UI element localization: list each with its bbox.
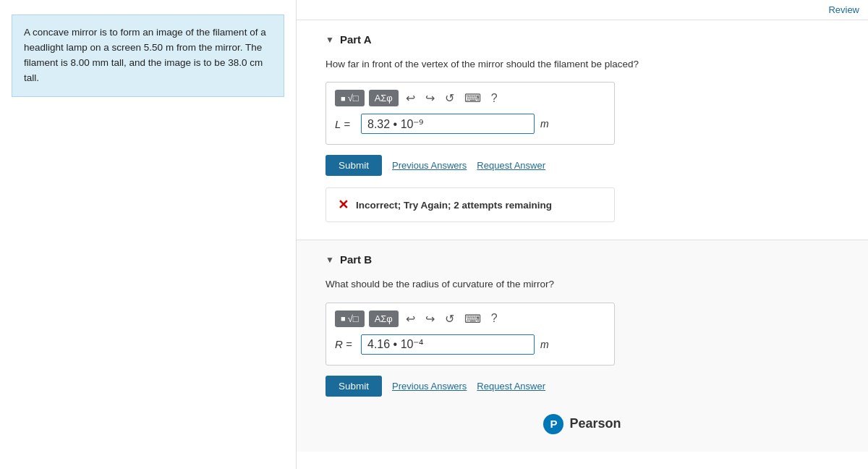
part-a-toolbar: ■ √□ ΑΣφ ↩ ↪ ↺ ⌨ ? <box>335 90 605 106</box>
part-b-answer-input[interactable] <box>361 334 535 355</box>
part-b-request-answer-btn[interactable]: Request Answer <box>477 381 545 392</box>
part-a-refresh-btn[interactable]: ↺ <box>442 90 457 106</box>
part-b-section: ▼ Part B What should be the radius of cu… <box>297 240 868 451</box>
pearson-brand: Pearson <box>569 416 621 431</box>
part-a-answer-input[interactable] <box>361 114 535 134</box>
part-b-submit-btn[interactable]: Submit <box>326 376 382 397</box>
pearson-logo: P <box>543 414 563 434</box>
part-a-keyboard-btn[interactable]: ⌨ <box>461 90 484 106</box>
problem-statement: A concave mirror is to form an image of … <box>12 14 284 97</box>
part-b-toolbar: ■ √□ ΑΣφ ↩ ↪ ↺ ⌨ ? <box>335 310 605 327</box>
top-bar: Review <box>297 0 868 20</box>
part-b-redo-btn[interactable]: ↪ <box>422 310 438 327</box>
part-b-chevron[interactable]: ▼ <box>326 255 334 265</box>
part-a-unit: m <box>540 118 549 130</box>
part-b-sqrt-icon: ■ <box>341 314 346 323</box>
part-a-question: How far in front of the vertex of the mi… <box>326 57 839 72</box>
part-b-question: What should be the radius of curvature o… <box>326 277 839 292</box>
part-a-undo-btn[interactable]: ↩ <box>403 90 418 106</box>
part-b-undo-btn[interactable]: ↩ <box>403 310 418 327</box>
part-a-action-row: Submit Previous Answers Request Answer <box>326 155 839 176</box>
part-a-section: ▼ Part A How far in front of the vertex … <box>297 20 868 240</box>
part-a-feedback-icon: ✕ <box>338 197 349 213</box>
part-b-unit: m <box>540 339 549 350</box>
left-panel: A concave mirror is to form an image of … <box>0 0 297 469</box>
part-b-input-row: R = m <box>335 334 605 355</box>
review-link[interactable]: Review <box>828 4 859 15</box>
part-b-refresh-btn[interactable]: ↺ <box>442 310 457 327</box>
part-a-header: ▼ Part A <box>326 33 839 46</box>
part-a-request-answer-btn[interactable]: Request Answer <box>477 160 545 171</box>
part-a-chevron[interactable]: ▼ <box>326 35 334 45</box>
part-b-sqrt-label: √□ <box>348 313 359 324</box>
part-a-feedback-box: ✕ Incorrect; Try Again; 2 attempts remai… <box>326 187 615 222</box>
part-a-help-btn[interactable]: ? <box>488 90 501 106</box>
right-panel: Review ▼ Part A How far in front of the … <box>297 0 868 469</box>
problem-text: A concave mirror is to form an image of … <box>24 27 266 83</box>
pearson-footer: P Pearson <box>326 414 839 434</box>
part-a-redo-btn[interactable]: ↪ <box>422 90 438 106</box>
part-b-input-box: ■ √□ ΑΣφ ↩ ↪ ↺ ⌨ ? R = m <box>326 303 615 366</box>
part-a-sqrt-icon: ■ <box>341 94 346 103</box>
part-a-feedback-text: Incorrect; Try Again; 2 attempts remaini… <box>356 200 552 211</box>
part-b-header: ▼ Part B <box>326 253 839 266</box>
part-a-sqrt-label: √□ <box>348 93 359 103</box>
part-b-keyboard-btn[interactable]: ⌨ <box>461 310 484 327</box>
part-a-symbol-btn[interactable]: ΑΣφ <box>369 90 399 106</box>
part-b-help-btn[interactable]: ? <box>488 310 501 326</box>
part-a-previous-answers-btn[interactable]: Previous Answers <box>392 160 467 171</box>
part-b-title: Part B <box>340 253 372 266</box>
part-a-input-row: L = m <box>335 114 605 134</box>
part-b-sqrt-btn[interactable]: ■ √□ <box>335 310 365 327</box>
part-b-input-label: R = <box>335 338 355 350</box>
part-b-previous-answers-btn[interactable]: Previous Answers <box>392 381 467 392</box>
part-b-symbol-btn[interactable]: ΑΣφ <box>369 310 399 327</box>
part-a-input-box: ■ √□ ΑΣφ ↩ ↪ ↺ ⌨ ? L = m <box>326 82 615 145</box>
part-b-action-row: Submit Previous Answers Request Answer <box>326 376 839 397</box>
part-a-input-label: L = <box>335 118 355 130</box>
part-a-title: Part A <box>340 33 372 46</box>
part-a-sqrt-btn[interactable]: ■ √□ <box>335 90 365 106</box>
part-a-submit-btn[interactable]: Submit <box>326 155 382 176</box>
